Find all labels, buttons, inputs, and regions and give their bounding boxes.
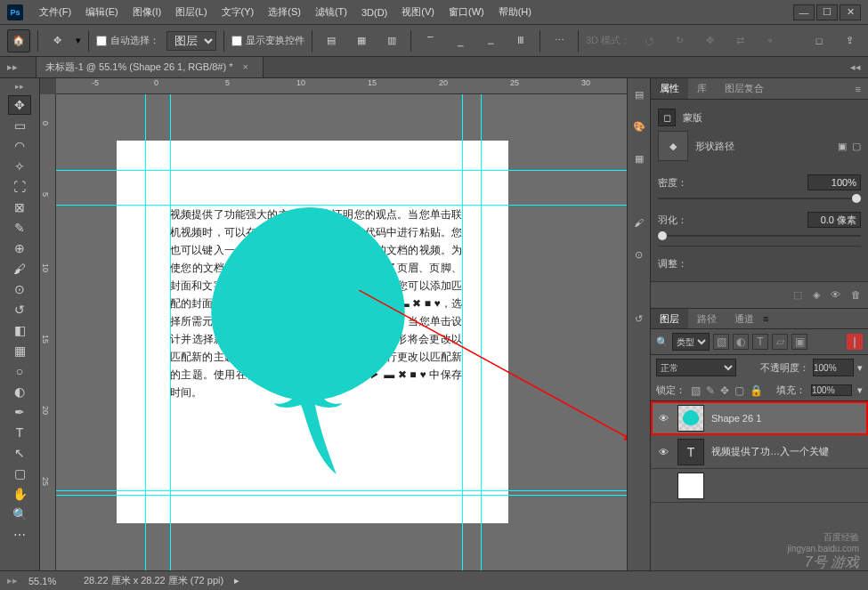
pen-tool[interactable]: ✒ (8, 402, 31, 422)
density-slider[interactable] (658, 198, 861, 199)
distribute-icon[interactable]: Ⅲ (509, 29, 532, 53)
filter-toggle-icon[interactable]: ❙ (847, 334, 863, 350)
move-tool[interactable]: ✥ (8, 95, 31, 115)
menu-file[interactable]: 文件(F) (32, 5, 78, 19)
history-brush-tool[interactable]: ↺ (8, 300, 31, 319)
gradient-tool[interactable]: ▦ (8, 341, 31, 360)
filter-adjust-icon[interactable]: ◐ (733, 334, 749, 350)
maximize-button[interactable]: ☐ (816, 4, 838, 20)
edit-toolbar[interactable]: ⋯ (8, 525, 31, 545)
close-button[interactable]: ✕ (840, 4, 861, 20)
align-top-icon[interactable]: ⎺ (418, 29, 442, 53)
layer-visibility-icon[interactable]: 👁 (656, 447, 670, 457)
guide-v1[interactable] (145, 94, 146, 570)
share-icon[interactable]: ⇪ (838, 29, 861, 53)
feather-input[interactable] (807, 212, 861, 228)
tab-paths[interactable]: 路径 (688, 309, 726, 328)
dock-clone-icon[interactable]: ⊙ (630, 246, 648, 263)
dock-swatches-icon[interactable]: 🎨 (630, 117, 648, 135)
mask-load-selection-icon[interactable]: ⬚ (793, 289, 802, 301)
guide-h1[interactable] (56, 170, 627, 171)
zoom-tool[interactable]: 🔍 (8, 505, 31, 524)
toolbox-expand[interactable]: ▸▸ (15, 82, 24, 91)
filter-smart-icon[interactable]: ▣ (791, 334, 807, 350)
mask-delete-icon[interactable]: 🗑 (851, 289, 861, 301)
align-bottom-icon[interactable]: ⎽ (479, 29, 502, 53)
dodge-tool[interactable]: ◐ (8, 382, 31, 401)
menu-select[interactable]: 选择(S) (261, 5, 308, 19)
menu-3d[interactable]: 3D(D) (354, 7, 394, 18)
menu-text[interactable]: 文字(Y) (215, 5, 262, 19)
layer-shape-26-1[interactable]: 👁 Shape 26 1 (651, 401, 868, 435)
align-left-icon[interactable]: ▤ (320, 29, 343, 53)
tab-properties[interactable]: 属性 (651, 78, 688, 99)
hand-tool[interactable]: ✋ (8, 484, 31, 504)
lock-brush-icon[interactable]: ✎ (706, 384, 715, 397)
auto-select-checkbox[interactable]: 自动选择： (96, 34, 159, 47)
menu-edit[interactable]: 编辑(E) (78, 5, 126, 19)
eyedropper-tool[interactable]: ✎ (8, 218, 31, 238)
dock-history-icon[interactable]: ↺ (630, 310, 648, 327)
more-options-icon[interactable]: ⋯ (548, 29, 571, 53)
brush-tool[interactable]: 🖌 (8, 259, 31, 279)
dock-brush-icon[interactable]: 🖌 (630, 214, 648, 231)
expand-toolbar-icon[interactable]: ▸▸ (7, 61, 18, 73)
layer-visibility-icon[interactable]: 👁 (656, 413, 670, 424)
canvas-bg[interactable]: 视频提供了功能强大的方法帮助您证明您的观点。当您单击联机视频时，可以在想要添加的… (56, 94, 627, 570)
frame-tool[interactable]: ⊠ (8, 198, 31, 217)
menu-help[interactable]: 帮助(H) (491, 5, 539, 19)
eraser-tool[interactable]: ◧ (8, 320, 31, 340)
guide-h4[interactable] (56, 495, 627, 496)
path-select-tool[interactable]: ↖ (8, 443, 31, 463)
ruler-vertical[interactable]: 0 5 10 15 20 25 (40, 94, 56, 570)
filter-text-icon[interactable]: T (752, 334, 768, 350)
blur-tool[interactable]: ○ (8, 361, 31, 381)
align-right-icon[interactable]: ▥ (380, 29, 403, 53)
mask-apply-icon[interactable]: ◈ (813, 289, 820, 301)
menu-image[interactable]: 图像(I) (126, 5, 168, 19)
filter-shape-icon[interactable]: ▱ (772, 334, 788, 350)
move-tool-icon[interactable]: ✥ (45, 29, 69, 53)
tab-close-icon[interactable]: × (243, 61, 248, 72)
marquee-tool[interactable]: ▭ (8, 116, 31, 135)
expand-panels-icon[interactable]: ◂◂ (850, 61, 861, 73)
home-icon[interactable]: 🏠 (7, 29, 30, 53)
shape-path-thumb[interactable]: ◆ (658, 131, 688, 161)
tab-layers[interactable]: 图层 (651, 309, 688, 328)
magic-wand-tool[interactable]: ✧ (8, 157, 31, 176)
align-center-icon[interactable]: ▦ (350, 29, 373, 53)
auto-select-dropdown[interactable]: 图层 (166, 31, 216, 51)
panel-menu-icon[interactable]: ≡ (848, 84, 868, 94)
layers-menu-icon[interactable]: ≡ (763, 313, 768, 324)
menu-window[interactable]: 窗口(W) (442, 5, 491, 19)
density-input[interactable] (807, 174, 861, 190)
shape-tool[interactable]: ▢ (8, 464, 31, 483)
lock-position-icon[interactable]: ✥ (720, 384, 729, 397)
layer-text[interactable]: 👁 T 视频提供了功…入一个关键 (651, 435, 868, 469)
lock-pixels-icon[interactable]: ▧ (691, 384, 701, 397)
layer-background[interactable]: 👁 (651, 469, 868, 503)
mask-thumb[interactable]: ◻ (658, 109, 676, 126)
tab-layer-comps[interactable]: 图层复合 (716, 78, 773, 99)
zoom-level[interactable]: 55.1% (28, 576, 73, 586)
layer-filter-type[interactable]: 类型 (672, 333, 710, 351)
type-tool[interactable]: T (8, 423, 31, 442)
guide-v3[interactable] (462, 94, 463, 570)
dock-libraries-icon[interactable]: ▦ (630, 150, 648, 167)
blend-mode-dropdown[interactable]: 正常 (656, 359, 736, 376)
document-dimensions[interactable]: 28.22 厘米 x 28.22 厘米 (72 ppi) (84, 574, 223, 587)
guide-v4[interactable] (481, 94, 482, 570)
ruler-horizontal[interactable]: -5 0 5 10 15 20 25 30 (56, 78, 627, 94)
mask-pixel-icon[interactable]: ▣ (838, 141, 847, 152)
crop-tool[interactable]: ⛶ (8, 177, 31, 197)
menu-view[interactable]: 视图(V) (394, 5, 442, 19)
document-tab[interactable]: 未标题-1 @ 55.1% (Shape 26 1, RGB/8#) * × (36, 56, 264, 77)
align-middle-icon[interactable]: ⎯ (449, 29, 472, 53)
clone-tool[interactable]: ⊙ (8, 279, 31, 299)
tab-channels[interactable]: 通道 (726, 309, 763, 328)
menu-filter[interactable]: 滤镜(T) (308, 5, 354, 19)
opacity-input[interactable] (813, 359, 854, 376)
minimize-button[interactable]: — (793, 4, 815, 20)
lock-all-icon[interactable]: 🔒 (750, 384, 763, 397)
menu-layer[interactable]: 图层(L) (168, 5, 214, 19)
